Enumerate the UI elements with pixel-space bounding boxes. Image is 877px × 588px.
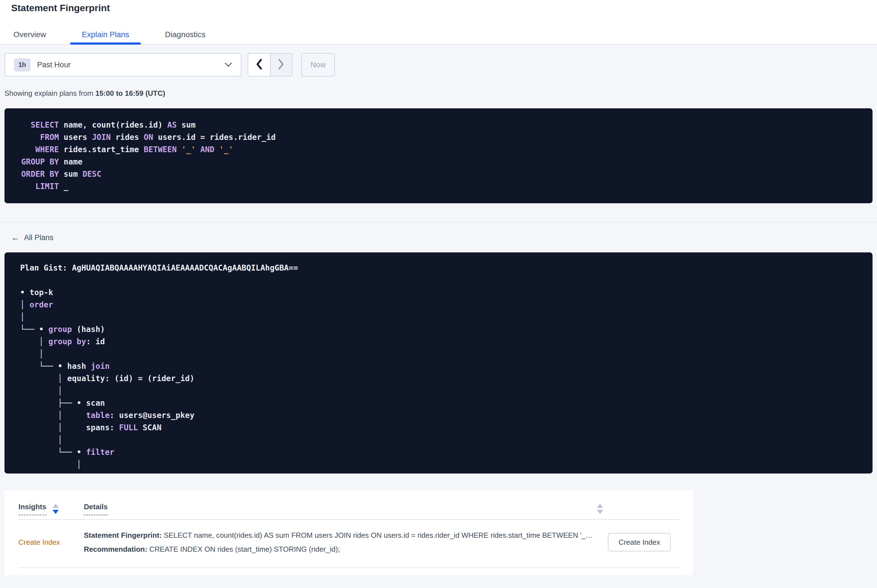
- all-plans-link[interactable]: ← All Plans: [11, 233, 53, 242]
- plan-tree-code: Plan Gist: AgHUAQIABQAAAAHYAQIAiAEAAAADC…: [20, 262, 872, 471]
- chevron-right-icon: [277, 58, 285, 72]
- tab-explain-plans[interactable]: Explain Plans: [70, 25, 141, 45]
- tab-diagnostics[interactable]: Diagnostics: [153, 25, 217, 45]
- column-header-details[interactable]: Details: [84, 502, 108, 515]
- tab-bar: Overview Explain Plans Diagnostics: [2, 25, 217, 45]
- tab-overview[interactable]: Overview: [2, 25, 58, 45]
- recommendation-line: Recommendation: CREATE INDEX ON rides (s…: [84, 542, 603, 556]
- insights-table-header: Insights Details: [18, 502, 680, 520]
- time-range-label: Past Hour: [37, 61, 71, 69]
- sort-icon-insights[interactable]: [53, 504, 59, 515]
- table-row: Create Index Statement Fingerprint: SELE…: [18, 520, 680, 568]
- insight-type-link[interactable]: Create Index: [18, 538, 60, 547]
- status-time-range: 15:00 to 16:59 (UTC): [95, 89, 165, 98]
- statement-fingerprint-line: Statement Fingerprint: SELECT name, coun…: [84, 528, 603, 542]
- create-index-button[interactable]: Create Index: [608, 533, 671, 551]
- showing-plans-status: Showing explain plans from 15:00 to 16:5…: [5, 88, 872, 98]
- time-toolbar: 1h Past Hour Now: [5, 53, 872, 76]
- page-title: Statement Fingerprint: [0, 0, 877, 14]
- sort-icon-details[interactable]: [597, 504, 603, 515]
- arrow-left-icon: ←: [11, 233, 20, 242]
- page-header: Statement Fingerprint Overview Explain P…: [0, 0, 877, 45]
- all-plans-label: All Plans: [24, 233, 53, 242]
- column-header-insights[interactable]: Insights: [18, 502, 47, 515]
- insight-details-cell: Statement Fingerprint: SELECT name, coun…: [84, 528, 603, 556]
- next-time-button[interactable]: [270, 54, 292, 76]
- now-button[interactable]: Now: [301, 53, 335, 76]
- previous-time-button[interactable]: [248, 54, 270, 76]
- chevron-down-icon: [224, 62, 233, 67]
- status-prefix: Showing explain plans from: [5, 89, 95, 98]
- insights-card: Insights Details Create Index Statement …: [5, 490, 693, 575]
- chevron-left-icon: [255, 58, 263, 72]
- time-range-badge: 1h: [14, 58, 30, 72]
- sql-statement-block: SELECT name, count(rides.id) AS sum FROM…: [5, 108, 872, 203]
- time-window-stepper: [248, 53, 292, 76]
- plan-gist-block: Plan Gist: AgHUAQIABQAAAAHYAQIAiAEAAAADC…: [5, 252, 872, 474]
- time-range-picker[interactable]: 1h Past Hour: [5, 53, 241, 76]
- sql-statement-code: SELECT name, count(rides.id) AS sum FROM…: [21, 119, 872, 193]
